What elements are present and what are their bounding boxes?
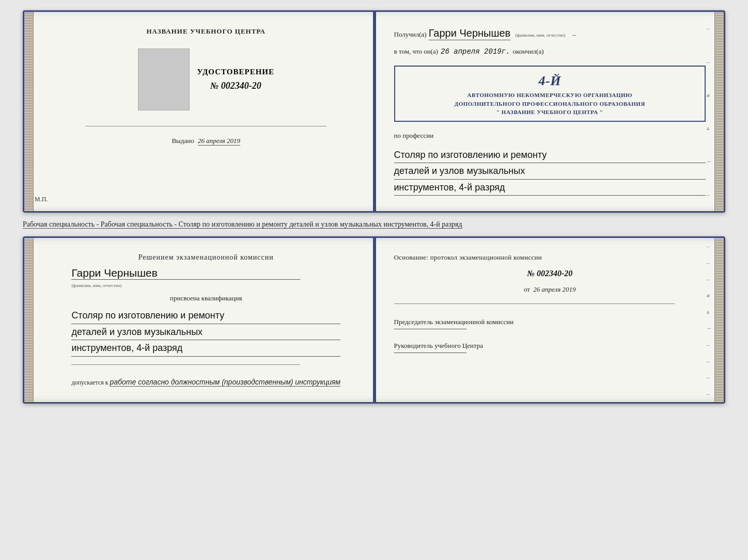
between-specialty: Рабочая специальность - Рабочая специаль…: [23, 220, 462, 229]
resheniem-title: Решением экзаменационной комиссии: [71, 253, 340, 262]
vydano-date: 26 апреля 2019: [198, 137, 240, 146]
bottom-fio-block: Гарри Чернышев (фамилия, имя, отчество): [71, 267, 340, 289]
school-name-top: НАЗВАНИЕ УЧЕБНОГО ЦЕНТРА: [146, 27, 266, 36]
profession-text-top: Столяр по изготовлению и ремонту деталей…: [394, 147, 706, 196]
vtom-line: в том, что он(а) 26 апреля 2019г. окончи…: [394, 47, 706, 56]
protocol-number: № 002340-20: [394, 269, 706, 278]
osnovaniye-text: Основание: протокол экзаменационной коми…: [394, 253, 706, 262]
po-professii-label: по профессии: [394, 132, 706, 140]
bottom-profession-block: Столяр по изготовлению и ремонту деталей…: [71, 308, 340, 357]
bottom-prof-line2: деталей и узлов музыкальных: [71, 324, 340, 341]
right-edge-marks: – – и а ← –: [707, 12, 712, 211]
between-text: Рабочая специальность - Рабочая специаль…: [23, 218, 725, 231]
bottom-fio-sublabel: (фамилия, имя, отчество): [71, 283, 121, 288]
recipient-fio: Гарри Чернышев: [429, 27, 511, 40]
ot-line: от 26 апреля 2019: [394, 285, 706, 294]
top-right-panel: Получил(а) Гарри Чернышев (фамилия, имя,…: [376, 12, 724, 211]
rukevod-section: Руководитель учебного Центра: [394, 342, 706, 354]
bottom-left-panel: Решением экзаменационной комиссии Гарри …: [24, 238, 376, 402]
bottom-prof-line3: инструментов, 4-й разряд: [71, 340, 340, 357]
bottom-fio: Гарри Чернышев: [71, 267, 300, 280]
stamp-grade: 4-й: [401, 71, 699, 91]
dopusk-block: допускается к работе согласно должностны…: [71, 378, 340, 387]
vydano-line: Выдано 26 апреля 2019: [172, 137, 240, 145]
prisvoyena-label: присвоена квалификация: [71, 294, 340, 302]
photo-placeholder: [138, 49, 190, 110]
fio-sublabel-top: (фамилия, имя, отчество): [515, 33, 565, 38]
right-binding-bottom: [714, 238, 724, 402]
profession-line2: деталей и узлов музыкальных: [394, 163, 706, 180]
poluchil-line: Получил(а) Гарри Чернышев (фамилия, имя,…: [394, 27, 706, 40]
dopusk-text: работе согласно должностным (производств…: [110, 378, 341, 387]
ot-date: 26 апреля 2019: [533, 285, 575, 293]
profession-line1: Столяр по изготовлению и ремонту: [394, 147, 706, 164]
study-date: 26 апреля 2019г.: [441, 47, 510, 56]
chairman-section: Председатель экзаменационной комиссии: [394, 318, 706, 330]
right-edge-marks-bottom: – – – и а ← – – – –: [707, 238, 712, 402]
mp-label: М.П.: [35, 196, 48, 203]
bottom-right-panel: Основание: протокол экзаменационной коми…: [376, 238, 724, 402]
top-document: НАЗВАНИЕ УЧЕБНОГО ЦЕНТРА УДОСТОВЕРЕНИЕ №…: [23, 10, 725, 213]
udost-number: № 002340-20: [210, 81, 261, 91]
bottom-prof-line1: Столяр по изготовлению и ремонту: [71, 308, 340, 324]
stamp-box: 4-й АВТОНОМНУЮ НЕКОММЕРЧЕСКУЮ ОРГАНИЗАЦИ…: [394, 66, 706, 122]
rukevod-signature-line: [394, 353, 466, 353]
top-left-panel: НАЗВАНИЕ УЧЕБНОГО ЦЕНТРА УДОСТОВЕРЕНИЕ №…: [24, 12, 376, 211]
chairman-signature-line: [394, 329, 466, 329]
bottom-document: Решением экзаменационной комиссии Гарри …: [23, 236, 725, 404]
udost-label: УДОСТОВЕРЕНИЕ: [197, 68, 275, 76]
right-binding-top: [714, 12, 724, 211]
profession-line3: инструментов, 4-й разряд: [394, 180, 706, 196]
